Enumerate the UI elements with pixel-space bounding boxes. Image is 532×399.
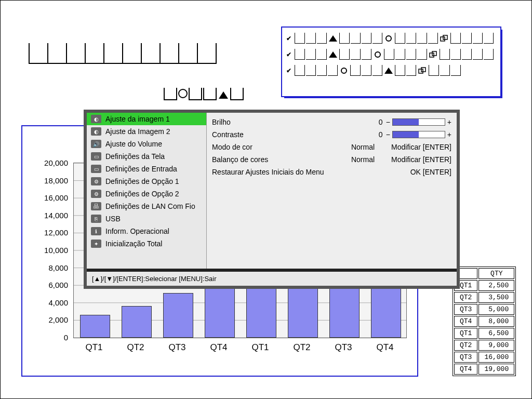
cell-quarter: QT4 <box>454 316 477 327</box>
triangle-icon <box>328 49 338 60</box>
table-header: QTY <box>478 268 514 279</box>
osd-sidebar: ◐Ajuste da imagem 1◐Ajuste da Imagem 2🔊A… <box>87 113 207 269</box>
triangle-icon <box>328 33 338 44</box>
x-tick-label: QT4 <box>376 342 393 353</box>
osd-menu-item[interactable]: ◐Ajuste da Imagem 2 <box>87 125 206 138</box>
menu-item-icon: ⚙ <box>91 177 101 185</box>
prop-brilho[interactable]: Brilho 0 − + <box>212 116 451 128</box>
x-tick-label: QT1 <box>251 342 269 353</box>
x-tick-label: QT2 <box>293 342 310 353</box>
cell-quarter: QT3 <box>454 304 477 315</box>
menu-item-icon: ◐ <box>91 115 101 123</box>
bar <box>122 306 152 338</box>
menu-item-label: Definições de Opção 1 <box>105 177 179 185</box>
legend-panel: ✔ ✔ ✔ <box>281 26 501 97</box>
osd-menu-item[interactable]: 🔊Ajuste do Volume <box>87 138 206 150</box>
y-tick-label: 14,000 <box>44 210 68 219</box>
prop-value: 0 <box>379 118 383 126</box>
osd-menu-item[interactable]: ⚙Definições de Opção 2 <box>87 188 206 200</box>
svg-rect-7 <box>419 69 423 73</box>
prop-action: Modificar [ENTER] <box>391 143 451 151</box>
cell-qty: 5,000 <box>478 304 514 315</box>
menu-item-icon: ◐ <box>91 127 101 136</box>
prop-modo-cor[interactable]: Modo de cor Normal Modificar [ENTER] <box>212 141 451 153</box>
check-icon: ✔ <box>286 51 291 58</box>
menu-item-label: Inform. Operacional <box>105 227 169 235</box>
circle-icon <box>373 49 383 60</box>
svg-point-3 <box>375 52 380 57</box>
table-row: QT12,500 <box>454 280 514 291</box>
menu-item-label: USB <box>105 215 121 223</box>
prop-value: Normal <box>351 155 375 164</box>
x-tick-label: QT2 <box>127 342 144 353</box>
legend-row-3: ✔ <box>286 65 496 76</box>
osd-menu-item[interactable]: ▭Definições de Entrada <box>87 163 206 175</box>
circle-icon <box>339 65 349 76</box>
y-tick-label: 4,000 <box>48 298 68 307</box>
cell-qty: 3,500 <box>478 292 514 303</box>
squares-icon <box>439 33 449 44</box>
prop-label: Modo de cor <box>212 143 252 151</box>
prop-contraste[interactable]: Contraste 0 − + <box>212 128 451 141</box>
subtitle-placeholder <box>164 88 244 100</box>
cell-qty: 16,000 <box>478 352 514 363</box>
table-row: QT29,000 <box>454 340 514 351</box>
svg-rect-2 <box>443 35 447 39</box>
cell-quarter: QT2 <box>454 292 477 303</box>
minus-icon[interactable]: − <box>386 130 390 139</box>
osd-main-panel: Brilho 0 − + Contraste 0 <box>207 113 457 269</box>
minus-icon[interactable]: − <box>386 118 390 126</box>
cell-qty: 8,000 <box>478 316 514 327</box>
menu-item-label: Definições de Opção 2 <box>105 190 179 198</box>
squares-icon <box>428 49 438 60</box>
cell-quarter: QT3 <box>454 352 477 363</box>
check-icon: ✔ <box>286 35 291 42</box>
plus-icon[interactable]: + <box>447 118 451 126</box>
slider-contraste[interactable]: − + <box>386 130 451 139</box>
check-icon: ✔ <box>286 67 291 74</box>
osd-menu-item[interactable]: ⎘USB <box>87 212 206 225</box>
osd-menu-item[interactable]: ◐Ajuste da imagem 1 <box>87 113 206 125</box>
cell-quarter: QT4 <box>454 364 477 375</box>
menu-item-label: Definições de Entrada <box>105 165 177 173</box>
cell-qty: 19,000 <box>478 364 514 375</box>
x-axis-labels: QT1QT2QT3QT4QT1QT2QT3QT4 <box>73 342 406 353</box>
slider-brilho[interactable]: − + <box>386 118 451 126</box>
page-root: ✔ ✔ ✔ <box>0 0 532 399</box>
menu-item-icon: ▭ <box>91 165 101 173</box>
osd-footer: [▲]/[▼]/[ENTER]:Selecionar [MENU]:Sair <box>87 272 457 286</box>
y-tick-label: 18,000 <box>44 176 68 184</box>
cell-qty: 2,500 <box>478 280 514 291</box>
osd-menu-item[interactable]: ▭Definições da Tela <box>87 150 206 163</box>
table-row: QT48,000 <box>454 316 514 327</box>
svg-rect-8 <box>421 68 425 72</box>
menu-item-icon: ℹ <box>91 227 101 235</box>
menu-item-label: Ajuste da imagem 1 <box>105 115 170 123</box>
osd-menu-item[interactable]: ℹInform. Operacional <box>87 225 206 237</box>
bar <box>163 293 193 338</box>
osd-menu: ◐Ajuste da imagem 1◐Ajuste da Imagem 2🔊A… <box>84 110 460 289</box>
osd-menu-item[interactable]: ⚙Definições de Opção 1 <box>87 175 206 188</box>
svg-point-0 <box>386 36 391 41</box>
plus-icon[interactable]: + <box>447 130 451 139</box>
prop-label: Brilho <box>212 118 231 126</box>
osd-menu-item[interactable]: ✦Inicialização Total <box>87 237 206 250</box>
osd-menu-item[interactable]: 品Definições de LAN Com Fio <box>87 200 206 212</box>
table-row: QT419,000 <box>454 364 514 375</box>
cell-quarter: QT2 <box>454 340 477 351</box>
cell-quarter: QT1 <box>454 328 477 339</box>
y-tick-label: 16,000 <box>44 193 68 202</box>
svg-rect-5 <box>432 51 436 56</box>
table-row: QT16,500 <box>454 328 514 339</box>
menu-item-label: Ajuste do Volume <box>105 140 162 148</box>
prop-restaurar[interactable]: Restaurar Ajustes Iniciais do Menu OK [E… <box>212 166 451 178</box>
svg-point-6 <box>341 68 347 73</box>
y-tick-label: 12,000 <box>44 228 68 237</box>
menu-item-label: Inicialização Total <box>105 240 162 248</box>
y-tick-label: 8,000 <box>48 263 68 272</box>
svg-rect-1 <box>441 37 445 41</box>
prop-action: OK [ENTER] <box>410 168 451 176</box>
prop-value: 0 <box>379 130 383 139</box>
prop-balanco[interactable]: Balanço de cores Normal Modificar [ENTER… <box>212 153 451 166</box>
menu-item-label: Definições da Tela <box>105 152 165 161</box>
